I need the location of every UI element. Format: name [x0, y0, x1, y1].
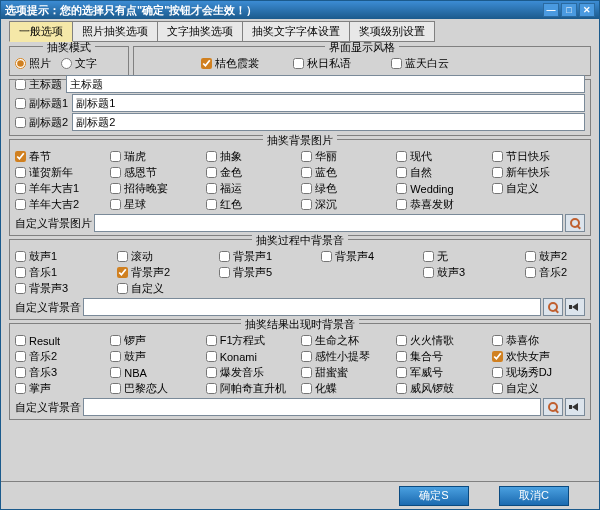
option-鼓声1[interactable]: 鼓声1 [15, 249, 115, 264]
option-感恩节[interactable]: 感恩节 [110, 165, 203, 180]
tab-photo-lottery[interactable]: 照片抽奖选项 [72, 21, 158, 42]
option-欢快女声[interactable]: 欢快女声 [492, 349, 585, 364]
option-春节[interactable]: 春节 [15, 149, 108, 164]
option-自然[interactable]: 自然 [396, 165, 489, 180]
option-羊年大吉1[interactable]: 羊年大吉1 [15, 181, 108, 196]
cancel-button[interactable]: 取消C [499, 486, 569, 506]
group-style-title: 界面显示风格 [325, 42, 399, 55]
browse-bgpic-button[interactable] [565, 214, 585, 232]
option-招待晚宴[interactable]: 招待晚宴 [110, 181, 203, 196]
option-自定义[interactable]: 自定义 [492, 381, 585, 396]
group-procbgm-title: 抽奖过程中背景音 [252, 233, 348, 248]
speaker-icon [572, 403, 578, 411]
option-福运[interactable]: 福运 [206, 181, 299, 196]
option-背景声2[interactable]: 背景声2 [117, 265, 217, 280]
ok-button[interactable]: 确定S [399, 486, 469, 506]
custom-bgpic-label: 自定义背景图片 [15, 216, 92, 231]
window-title: 选项提示：您的选择只有点"确定"按钮才会生效！） [5, 3, 543, 18]
option-鼓声[interactable]: 鼓声 [110, 349, 203, 364]
option-红色[interactable]: 红色 [206, 197, 299, 212]
main-title-check[interactable]: 主标题 [15, 77, 62, 92]
option-背景声5[interactable]: 背景声5 [219, 265, 319, 280]
search-icon [570, 218, 580, 228]
option-无[interactable]: 无 [423, 249, 523, 264]
option-音乐3[interactable]: 音乐3 [15, 365, 108, 380]
option-华丽[interactable]: 华丽 [301, 149, 394, 164]
option-深沉[interactable]: 深沉 [301, 197, 394, 212]
radio-photo[interactable]: 照片 [15, 56, 51, 71]
option-威风锣鼓[interactable]: 威风锣鼓 [396, 381, 489, 396]
option-节日快乐[interactable]: 节日快乐 [492, 149, 585, 164]
style-opt-1[interactable]: 桔色霞裳 [201, 56, 291, 71]
option-自定义[interactable]: 自定义 [117, 281, 217, 296]
option-集合号[interactable]: 集合号 [396, 349, 489, 364]
style-opt-2[interactable]: 秋日私语 [293, 56, 389, 71]
option-火火情歌[interactable]: 火火情歌 [396, 333, 489, 348]
option-Result[interactable]: Result [15, 333, 108, 348]
option-蓝色[interactable]: 蓝色 [301, 165, 394, 180]
tab-font-settings[interactable]: 抽奖文字字体设置 [242, 21, 350, 42]
option-现代[interactable]: 现代 [396, 149, 489, 164]
group-mode-title: 抽奖模式 [43, 42, 95, 55]
option-NBA[interactable]: NBA [110, 365, 203, 380]
tab-bar: 一般选项 照片抽奖选项 文字抽奖选项 抽奖文字字体设置 奖项级别设置 [1, 19, 599, 42]
option-生命之杯[interactable]: 生命之杯 [301, 333, 394, 348]
close-button[interactable]: ✕ [579, 3, 595, 17]
custom-resbgm-input[interactable] [83, 398, 541, 416]
play-procbgm-button[interactable] [565, 298, 585, 316]
radio-text[interactable]: 文字 [61, 56, 97, 71]
option-掌声[interactable]: 掌声 [15, 381, 108, 396]
option-背景声1[interactable]: 背景声1 [219, 249, 319, 264]
browse-procbgm-button[interactable] [543, 298, 563, 316]
custom-bgpic-input[interactable] [94, 214, 563, 232]
main-title-input[interactable] [66, 75, 585, 93]
play-resbgm-button[interactable] [565, 398, 585, 416]
option-谨贺新年[interactable]: 谨贺新年 [15, 165, 108, 180]
option-军威号[interactable]: 军威号 [396, 365, 489, 380]
option-背景声4[interactable]: 背景声4 [321, 249, 421, 264]
sub2-title-input[interactable] [72, 113, 585, 131]
search-icon [548, 302, 558, 312]
option-鼓声3[interactable]: 鼓声3 [423, 265, 523, 280]
option-Konami[interactable]: Konami [206, 349, 299, 364]
custom-procbgm-label: 自定义背景音 [15, 300, 81, 315]
option-音乐2[interactable]: 音乐2 [525, 265, 585, 280]
option-感性小提琴[interactable]: 感性小提琴 [301, 349, 394, 364]
option-自定义[interactable]: 自定义 [492, 181, 585, 196]
option-Wedding[interactable]: Wedding [396, 181, 489, 196]
option-化蝶[interactable]: 化蝶 [301, 381, 394, 396]
option-瑞虎[interactable]: 瑞虎 [110, 149, 203, 164]
tab-prize-level[interactable]: 奖项级别设置 [349, 21, 435, 42]
browse-resbgm-button[interactable] [543, 398, 563, 416]
custom-procbgm-input[interactable] [83, 298, 541, 316]
option-阿帕奇直升机[interactable]: 阿帕奇直升机 [206, 381, 299, 396]
option-恭喜发财[interactable]: 恭喜发财 [396, 197, 489, 212]
option-鼓声2[interactable]: 鼓声2 [525, 249, 585, 264]
option-滚动[interactable]: 滚动 [117, 249, 217, 264]
option-羊年大吉2[interactable]: 羊年大吉2 [15, 197, 108, 212]
minimize-button[interactable]: — [543, 3, 559, 17]
tab-general[interactable]: 一般选项 [9, 21, 73, 42]
option-爆发音乐[interactable]: 爆发音乐 [206, 365, 299, 380]
option-星球[interactable]: 星球 [110, 197, 203, 212]
option-甜蜜蜜[interactable]: 甜蜜蜜 [301, 365, 394, 380]
option-抽象[interactable]: 抽象 [206, 149, 299, 164]
option-现场秀DJ[interactable]: 现场秀DJ [492, 365, 585, 380]
option-背景声3[interactable]: 背景声3 [15, 281, 115, 296]
option-F1方程式[interactable]: F1方程式 [206, 333, 299, 348]
option-新年快乐[interactable]: 新年快乐 [492, 165, 585, 180]
option-音乐2[interactable]: 音乐2 [15, 349, 108, 364]
sub1-title-input[interactable] [72, 94, 585, 112]
sub2-title-check[interactable]: 副标题2 [15, 115, 68, 130]
option-锣声[interactable]: 锣声 [110, 333, 203, 348]
option-金色[interactable]: 金色 [206, 165, 299, 180]
option-巴黎恋人[interactable]: 巴黎恋人 [110, 381, 203, 396]
style-opt-3[interactable]: 蓝天白云 [391, 56, 487, 71]
option-绿色[interactable]: 绿色 [301, 181, 394, 196]
option-音乐1[interactable]: 音乐1 [15, 265, 115, 280]
maximize-button[interactable]: □ [561, 3, 577, 17]
option-恭喜你[interactable]: 恭喜你 [492, 333, 585, 348]
sub1-title-check[interactable]: 副标题1 [15, 96, 68, 111]
tab-text-lottery[interactable]: 文字抽奖选项 [157, 21, 243, 42]
group-bgpic-title: 抽奖背景图片 [263, 133, 337, 148]
